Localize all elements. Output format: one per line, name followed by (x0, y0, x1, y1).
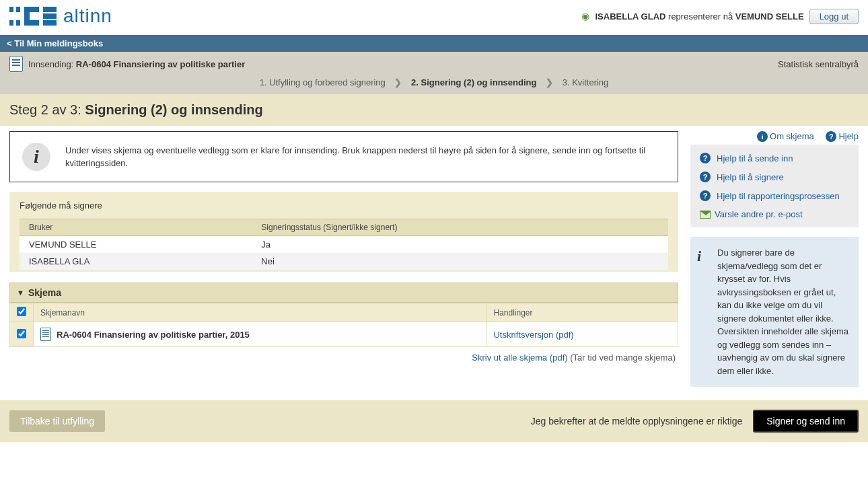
step-3: 3. Kvittering (563, 77, 609, 87)
logout-button[interactable]: Logg ut (809, 9, 859, 24)
table-row: VEMUND SELLE Ja (20, 236, 668, 254)
svg-rect-5 (43, 13, 57, 19)
main-column: i Under vises skjema og eventuelle vedle… (9, 131, 678, 376)
print-all-link[interactable]: Skriv ut alle skjema (pdf) (472, 352, 567, 363)
user-area: ◉ ISABELLA GLAD representerer nå VEMUND … (581, 9, 859, 24)
question-icon: ? (826, 131, 836, 142)
select-all-checkbox[interactable] (17, 307, 26, 316)
print-all-row: Skriv ut alle skjema (pdf) (Tar tid ved … (9, 347, 678, 376)
chevron-right-icon: ❯ (546, 77, 553, 87)
step-indicator: 1. Utfylling og forbered signering ❯ 2. … (9, 72, 859, 87)
altinn-logo-icon (9, 7, 57, 26)
help-send-link[interactable]: ?Hjelp til å sende inn (700, 153, 849, 163)
col-actions: Handlinger (486, 303, 678, 322)
signers-panel: Følgende må signere Bruker Signeringssta… (9, 192, 678, 272)
submission-title: Innsending: RA-0604 Finansiering av poli… (28, 59, 245, 69)
table-row: RA-0604 Finansiering av politiske partie… (10, 322, 678, 347)
side-info-text: Du signerer bare de skjema/vedlegg som d… (717, 248, 848, 376)
form-name: RA-0604 Finansiering av politiske partie… (57, 330, 250, 340)
help-reporting-link[interactable]: ?Hjelp til rapporteringsprosessen (700, 190, 849, 201)
navbar: < Til Min meldingsboks (0, 35, 868, 52)
user-text: ISABELLA GLAD representerer nå VEMUND SE… (595, 11, 803, 22)
step-1: 1. Utfylling og forbered signering (260, 77, 386, 87)
row-checkbox[interactable] (17, 329, 26, 338)
signers-title: Følgende må signere (20, 200, 668, 211)
side-column: iOm skjema ?Hjelp ?Hjelp til å sende inn… (690, 131, 859, 387)
help-link[interactable]: ?Hjelp (826, 131, 859, 141)
notify-others-link[interactable]: Varsle andre pr. e-post (700, 209, 849, 219)
confirm-text: Jeg bekrefter at de meldte opplysningene… (531, 416, 742, 426)
top-help-links: iOm skjema ?Hjelp (690, 131, 859, 142)
info-box: i Under vises skjema og eventuelle vedle… (9, 131, 678, 182)
organisation-name: Statistisk sentralbyrå (778, 59, 859, 69)
info-icon: i (22, 143, 50, 171)
context-bar: Innsending: RA-0604 Finansiering av poli… (0, 52, 868, 94)
svg-rect-2 (9, 20, 13, 26)
print-version-link[interactable]: Utskriftsversjon (pdf) (493, 330, 573, 340)
sign-and-send-button[interactable]: Signer og send inn (753, 410, 859, 433)
about-form-link[interactable]: iOm skjema (757, 131, 814, 141)
signers-table: Bruker Signeringsstatus (Signert/ikke si… (20, 219, 668, 270)
step-heading: Steg 2 av 3: Signering (2) og innsending (0, 94, 868, 126)
header: altinn ◉ ISABELLA GLAD representerer nå … (0, 0, 868, 35)
document-icon (40, 328, 51, 341)
svg-rect-1 (16, 7, 20, 12)
side-info-box: i Du signerer bare de skjema/vedlegg som… (690, 237, 859, 387)
back-to-fill-button[interactable]: Tilbake til utfylling (9, 410, 105, 432)
svg-rect-0 (9, 7, 13, 12)
print-hint: (Tar tid ved mange skjema) (568, 352, 676, 363)
caret-down-icon: ▼ (17, 289, 24, 297)
col-form-name: Skjemanavn (34, 303, 486, 322)
chevron-right-icon: ❯ (394, 77, 402, 87)
footer-bar: Tilbake til utfylling Jeg bekrefter at d… (0, 400, 868, 442)
brand[interactable]: altinn (9, 5, 112, 27)
svg-rect-3 (16, 20, 20, 26)
info-text: Under vises skjema og eventuelle vedlegg… (65, 144, 665, 170)
svg-rect-4 (43, 7, 57, 12)
brand-text: altinn (63, 5, 112, 27)
user-icon: ◉ (581, 11, 589, 22)
svg-rect-6 (43, 20, 57, 26)
col-user: Bruker (20, 219, 252, 236)
document-icon (9, 56, 23, 72)
col-status: Signeringsstatus (Signert/ikke signert) (252, 219, 668, 236)
info-icon: i (757, 131, 768, 142)
info-icon: i (697, 245, 701, 267)
forms-table: Skjemanavn Handlinger RA-0604 Finansieri… (9, 303, 678, 347)
help-sign-link[interactable]: ?Hjelp til å signere (700, 172, 849, 182)
col-select-all (10, 303, 34, 322)
table-row: ISABELLA GLA Nei (20, 253, 668, 270)
mail-icon (700, 211, 711, 219)
forms-section-header[interactable]: ▼ Skjema (9, 283, 678, 303)
back-to-inbox-link[interactable]: < Til Min meldingsboks (7, 38, 103, 48)
help-links-box: ?Hjelp til å sende inn ?Hjelp til å sign… (690, 145, 859, 227)
question-icon: ? (700, 153, 711, 163)
question-icon: ? (700, 172, 711, 182)
question-icon: ? (700, 190, 711, 201)
step-2: 2. Signering (2) og innsending (411, 77, 536, 87)
